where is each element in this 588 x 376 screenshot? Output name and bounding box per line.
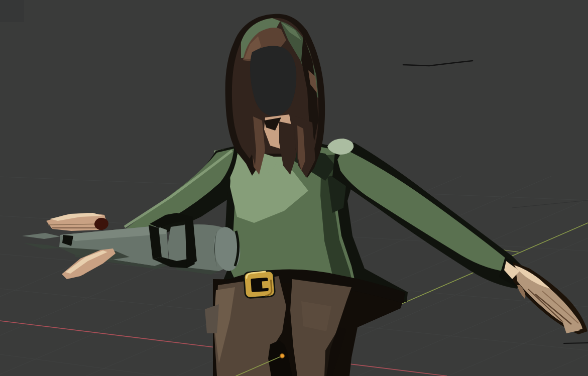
object-origin-dot[interactable] bbox=[280, 354, 284, 358]
pants-right-thigh-sheen bbox=[301, 301, 331, 331]
belt-buckle bbox=[244, 271, 275, 298]
pants-hip-facet bbox=[205, 304, 219, 333]
stray-stroke-upper bbox=[403, 61, 473, 66]
character-model[interactable] bbox=[22, 14, 587, 376]
lower-body[interactable] bbox=[205, 269, 405, 376]
corner-shade bbox=[0, 0, 24, 22]
rifle-muzzle-prong-lower bbox=[23, 243, 61, 249]
rifle-muzzle-prong bbox=[22, 233, 60, 239]
head[interactable] bbox=[225, 14, 325, 178]
viewport-canvas[interactable] bbox=[0, 0, 588, 376]
right-sleeve bbox=[337, 149, 511, 272]
stray-stroke-lower bbox=[564, 343, 588, 343]
buckle-tab bbox=[262, 281, 270, 289]
blender-3d-viewport[interactable] bbox=[0, 0, 588, 376]
rifle-strap-right bbox=[185, 215, 197, 268]
